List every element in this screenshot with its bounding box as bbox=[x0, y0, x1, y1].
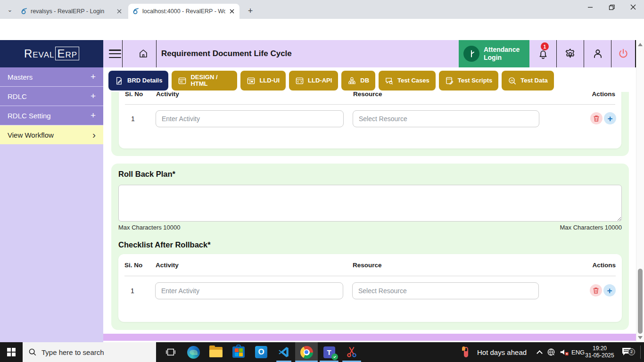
window-code-icon bbox=[295, 76, 304, 85]
tab-lld-api[interactable]: LLD-API bbox=[289, 71, 338, 90]
checklist-before-panel: Si. No Activity Resource Actions 1 Selec… bbox=[111, 92, 629, 156]
taskbar-edge-icon[interactable] bbox=[182, 342, 205, 362]
sidebar-item-rdlc[interactable]: RDLC + bbox=[0, 87, 103, 106]
add-row-button[interactable]: + bbox=[603, 284, 616, 296]
col-header-actions: Actions bbox=[592, 262, 616, 269]
taskbar-snipping-tool-icon[interactable] bbox=[340, 342, 363, 362]
trash-icon bbox=[593, 115, 600, 122]
window-layout-icon bbox=[247, 76, 256, 85]
activity-input[interactable] bbox=[156, 110, 344, 127]
tab-brd-details[interactable]: BRD Details bbox=[108, 71, 168, 90]
browser-tab-login[interactable]: revalsys - RevalERP - Login bbox=[17, 4, 127, 19]
expand-plus-icon[interactable]: + bbox=[91, 91, 96, 101]
taskbar-file-explorer-icon[interactable] bbox=[205, 342, 227, 362]
tab-test-data[interactable]: Test Data bbox=[502, 71, 554, 90]
logo-text-main: Reval bbox=[24, 47, 55, 60]
expand-plus-icon[interactable]: + bbox=[91, 72, 96, 82]
script-pen-icon bbox=[445, 76, 454, 85]
start-button[interactable] bbox=[0, 342, 23, 362]
expand-plus-icon[interactable]: + bbox=[91, 110, 96, 121]
footer-strip bbox=[103, 334, 636, 341]
vscode-glyph bbox=[278, 346, 290, 358]
page-scrollbar[interactable] bbox=[636, 40, 644, 342]
browser-tab-workflow[interactable]: localhost:4000 - RevalERP - Wor bbox=[128, 4, 239, 19]
col-header-sno: Si. No bbox=[125, 92, 143, 98]
tab-label: Test Cases bbox=[397, 77, 429, 84]
row-sno: 1 bbox=[125, 115, 141, 123]
task-view-icon bbox=[165, 347, 176, 357]
tab-label: BRD Details bbox=[127, 77, 162, 84]
scrollbar-thumb[interactable] bbox=[638, 269, 643, 334]
delete-row-button[interactable] bbox=[590, 284, 602, 296]
tab-label: DESIGN / HTML bbox=[190, 74, 231, 87]
attendance-clock-icon bbox=[463, 46, 479, 62]
tab-lld-ui[interactable]: LLD-UI bbox=[240, 71, 286, 90]
app-header: Requirement Document Life Cycle Attendan… bbox=[103, 40, 636, 67]
show-desktop-divider[interactable] bbox=[640, 346, 641, 359]
scroll-up-arrow-icon[interactable] bbox=[638, 43, 643, 46]
user-profile-icon[interactable] bbox=[584, 40, 611, 67]
sidebar-item-rdlc-setting[interactable]: RDLC Setting + bbox=[0, 106, 103, 125]
taskbar-clock[interactable]: 19:20 31-05-2025 bbox=[585, 342, 615, 362]
tab-design-html[interactable]: DESIGN / HTML bbox=[172, 71, 237, 90]
task-view-button[interactable] bbox=[159, 342, 182, 362]
app-home-icon[interactable] bbox=[137, 48, 149, 59]
tab-label: Test Scripts bbox=[458, 77, 492, 84]
rollback-plan-textarea[interactable] bbox=[118, 185, 622, 222]
col-header-sno: Si. No bbox=[124, 262, 142, 269]
tab-label: LLD-API bbox=[308, 77, 332, 84]
scroll-down-arrow-icon[interactable] bbox=[638, 336, 643, 339]
checklist-after-table-card: Si. No Activity Resource Actions 1 Selec… bbox=[118, 254, 622, 322]
network-globe-icon[interactable] bbox=[547, 342, 555, 362]
max-chars-right: Max Characters 10000 bbox=[560, 224, 622, 231]
new-tab-button[interactable]: + bbox=[244, 5, 256, 17]
sidebar-item-masters[interactable]: Masters + bbox=[0, 67, 103, 86]
tab-test-cases[interactable]: Test Cases bbox=[379, 71, 436, 90]
taskbar-outlook-icon[interactable]: O bbox=[250, 342, 272, 362]
rollback-panel: Roll Back Plan* Max Characters 10000 Max… bbox=[111, 164, 629, 330]
logout-power-icon[interactable] bbox=[611, 40, 635, 67]
tab-close-icon[interactable] bbox=[228, 8, 236, 15]
tab-close-icon[interactable] bbox=[116, 8, 123, 15]
sidebar-item-label: Masters bbox=[8, 73, 91, 81]
delete-row-button[interactable] bbox=[590, 112, 603, 124]
col-header-resource: Resource bbox=[353, 262, 382, 269]
attendance-login-button[interactable]: AttendanceLogin bbox=[459, 40, 529, 67]
weather-text[interactable]: Hot days ahead bbox=[477, 342, 527, 362]
revalerp-logo[interactable]: RevalErp bbox=[0, 40, 103, 67]
action-center-icon[interactable]: 2 bbox=[621, 342, 632, 362]
language-indicator[interactable]: ENG bbox=[571, 342, 585, 362]
tab-list-chevron-icon[interactable]: ⌄ bbox=[5, 5, 15, 14]
tab-test-scripts[interactable]: Test Scripts bbox=[439, 71, 498, 90]
workflow-tab-bar: BRD Details DESIGN / HTML LLD-UI LLD-API… bbox=[108, 71, 554, 90]
taskbar-search[interactable]: Type here to search bbox=[23, 342, 156, 362]
taskbar-chrome-icon[interactable] bbox=[295, 342, 318, 362]
taskbar-teams-icon[interactable]: T bbox=[318, 342, 340, 362]
taskbar-vscode-icon[interactable] bbox=[272, 342, 295, 362]
tab-db[interactable]: DB bbox=[341, 71, 375, 90]
col-header-actions: Actions bbox=[592, 92, 615, 98]
resource-select[interactable]: Select Resource bbox=[353, 110, 539, 127]
window-restore-button[interactable] bbox=[601, 0, 622, 14]
resource-select[interactable]: Select Resource bbox=[352, 282, 539, 299]
add-row-button[interactable]: + bbox=[604, 112, 616, 124]
volume-muted-icon[interactable] bbox=[559, 342, 569, 362]
col-header-resource: Resource bbox=[353, 92, 382, 98]
activity-input[interactable] bbox=[155, 282, 343, 299]
sidebar-item-view-workflow[interactable]: View Workflow › bbox=[0, 125, 103, 144]
hamburger-menu-icon[interactable] bbox=[108, 48, 122, 59]
screen: ⌄ revalsys - RevalERP - Login localhost:… bbox=[0, 0, 644, 362]
settings-gear-icon[interactable] bbox=[557, 40, 584, 67]
weather-thermometer-icon[interactable] bbox=[464, 342, 468, 362]
tab-label: LLD-UI bbox=[259, 77, 280, 84]
window-minimize-button[interactable] bbox=[579, 0, 601, 14]
header-divider bbox=[122, 40, 123, 67]
taskbar-store-icon[interactable] bbox=[227, 342, 250, 362]
window-close-button[interactable] bbox=[622, 0, 644, 14]
revalsys-favicon-icon bbox=[132, 8, 140, 15]
attendance-label-line1: Attendance bbox=[484, 46, 520, 53]
tray-chevron-up-icon[interactable] bbox=[537, 342, 542, 362]
teams-letter: T bbox=[327, 348, 331, 356]
logo-text-box: Erp bbox=[55, 47, 79, 60]
search-placeholder: Type here to search bbox=[41, 348, 104, 356]
